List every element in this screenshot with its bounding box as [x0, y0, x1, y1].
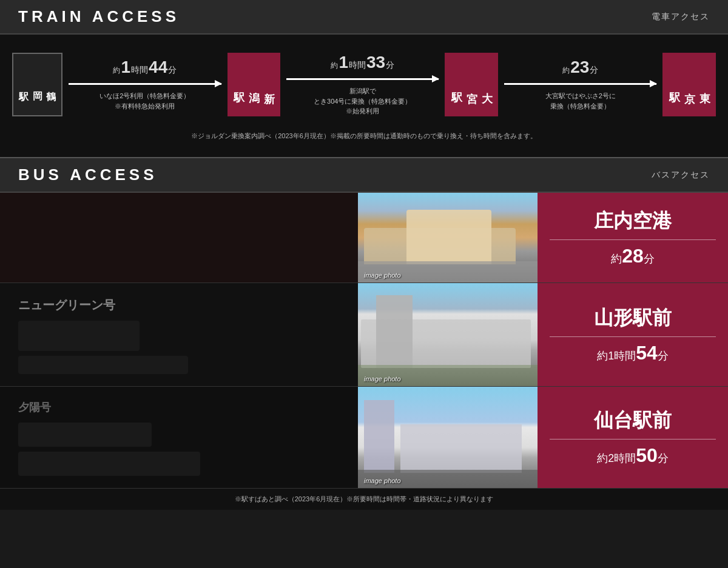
segment-3-arrow — [504, 83, 656, 85]
bus-access-header: BUS ACCESS バスアクセス — [0, 157, 728, 193]
segment-1-time: 約 1 時間 44 分 — [113, 58, 177, 77]
bus-left-3: 夕陽号 — [0, 387, 358, 488]
bus-right-3: 仙台駅前 約2時間50分 — [538, 387, 728, 488]
segment-2-arrow — [286, 78, 439, 80]
segment-1: 約 1 時間 44 分 いなほ2号利用（特急料金要） ※有料特急始発利用 — [62, 58, 227, 111]
bus-row-1: image photo 庄内空港 約28分 — [0, 193, 728, 283]
bus-photo-3: image photo — [358, 387, 538, 488]
bus-left-1 — [0, 193, 358, 282]
train-access-content: 鶴岡駅 約 1 時間 44 分 いなほ2号利用（特急料金要） ※有料特急始発利用… — [0, 35, 728, 157]
bus-row-2: ニューグリーン号 image photo 山形駅前 約1時間54分 — [0, 283, 728, 387]
bus-left-text-2: ニューグリーン号 — [18, 295, 115, 315]
segment-1-arrow — [69, 83, 221, 85]
image-photo-label-2: image photo — [364, 375, 401, 383]
segment-3-time: 約 23 分 — [562, 58, 598, 77]
segment-2: 約 1 時間 33 分 新潟駅で とき304号に乗換（特急料金要） ※始発利用 — [280, 53, 445, 116]
bus-photo-1: image photo — [358, 193, 538, 282]
bus-destination-2: 山形駅前 — [550, 305, 716, 337]
segment-3: 約 23 分 大宮駅ではやぶさ2号に 乗換（特急料金要） — [498, 58, 662, 111]
bus-time-3: 約2時間50分 — [597, 444, 669, 467]
bus-time-1: 約28分 — [611, 245, 655, 267]
train-access-title: TRAIN ACCESS — [18, 7, 180, 26]
segment-1-note: いなほ2号利用（特急料金要） ※有料特急始発利用 — [99, 91, 190, 111]
station-tokyo: 東京駅 — [662, 53, 716, 116]
segment-3-note: 大宮駅ではやぶさ2号に 乗換（特急料金要） — [545, 91, 616, 111]
train-access-jp: 電車アクセス — [652, 12, 710, 22]
bus-left-2: ニューグリーン号 — [0, 283, 358, 386]
bus-row-3: 夕陽号 image photo 仙台駅前 約2時間50分 — [0, 387, 728, 489]
image-photo-label-3: image photo — [364, 477, 401, 484]
bus-photo-2: image photo — [358, 283, 538, 386]
bus-time-2: 約1時間54分 — [597, 342, 669, 364]
segment-2-note: 新潟駅で とき304号に乗換（特急料金要） ※始発利用 — [314, 86, 411, 116]
train-route: 鶴岡駅 約 1 時間 44 分 いなほ2号利用（特急料金要） ※有料特急始発利用… — [12, 53, 716, 116]
station-start: 鶴岡駅 — [12, 53, 62, 116]
station-omiya: 大宮駅 — [445, 53, 498, 116]
bus-destination-3: 仙台駅前 — [550, 407, 716, 439]
bus-destination-1: 庄内空港 — [550, 208, 716, 240]
train-access-header: TRAIN ACCESS 電車アクセス — [0, 0, 728, 35]
bus-footnote: ※駅すぱあと調べ（2023年6月現在）※所要時間は時間帯・道路状況により異なりま… — [0, 489, 728, 510]
bus-left-text-3: 夕陽号 — [18, 399, 51, 416]
image-photo-label-1: image photo — [364, 272, 401, 279]
bus-right-2: 山形駅前 約1時間54分 — [538, 283, 728, 386]
bus-access-title: BUS ACCESS — [18, 165, 158, 184]
station-niigata: 新潟駅 — [228, 53, 281, 116]
bus-right-1: 庄内空港 約28分 — [538, 193, 728, 282]
train-footnote: ※ジョルダン乗換案内調べ（2023年6月現在）※掲載の所要時間は通勤時のもので乗… — [12, 126, 716, 152]
bus-access-content: image photo 庄内空港 約28分 ニューグリーン号 image pho… — [0, 193, 728, 510]
segment-2-time: 約 1 時間 33 分 — [331, 53, 394, 72]
bus-access-jp: バスアクセス — [652, 170, 710, 181]
